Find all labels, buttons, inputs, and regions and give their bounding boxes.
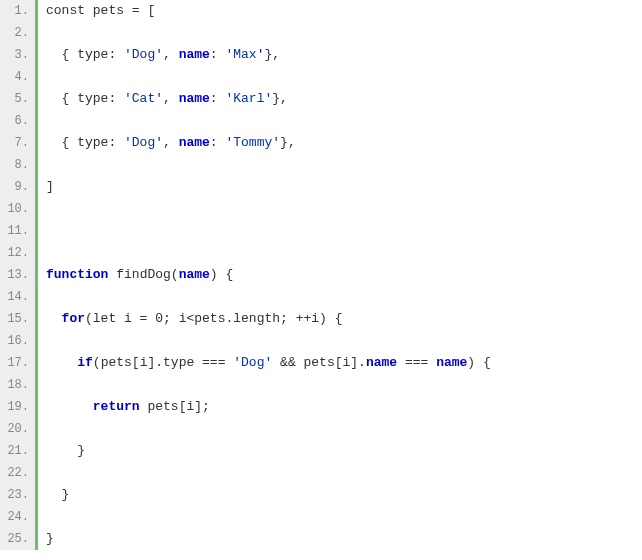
code-line: { type: 'Dog', name: 'Tommy'}, [46,132,642,154]
code-token: name [179,47,210,62]
code-token: }, [264,47,280,62]
code-line: } [46,440,642,462]
code-token: name [366,355,397,370]
code-line: } [46,528,642,550]
code-line: { type: 'Dog', name: 'Max'}, [46,44,642,66]
code-editor: 1.2.3.4.5.6.7.8.9.10.11.12.13.14.15.16.1… [0,0,642,550]
code-token: (let i = 0; i<pets.length; ++i) { [85,311,342,326]
line-number: 25. [0,528,35,550]
line-number: 15. [0,308,35,330]
code-token: for [62,311,85,326]
code-token: }, [272,91,288,106]
code-token: { type: [46,91,124,106]
line-number: 14. [0,286,35,308]
line-number: 21. [0,440,35,462]
code-token: ) { [210,267,233,282]
code-line [46,66,642,88]
line-number-gutter: 1.2.3.4.5.6.7.8.9.10.11.12.13.14.15.16.1… [0,0,38,550]
code-token: (pets[i].type === [93,355,233,370]
code-token [46,311,62,326]
line-number: 11. [0,220,35,242]
line-number: 16. [0,330,35,352]
code-line: function findDog(name) { [46,264,642,286]
code-line [46,374,642,396]
code-line [46,506,642,528]
line-number: 23. [0,484,35,506]
code-token: 'Dog' [124,135,163,150]
code-line [46,22,642,44]
code-line [46,330,642,352]
code-token: findDog( [108,267,178,282]
line-number: 3. [0,44,35,66]
code-token: name [179,91,210,106]
code-content: const pets = [ { type: 'Dog', name: 'Max… [38,0,642,550]
code-token [46,355,77,370]
code-line [46,198,642,220]
code-line [46,462,642,484]
code-token: 'Cat' [124,91,163,106]
code-line: { type: 'Cat', name: 'Karl'}, [46,88,642,110]
code-token: if [77,355,93,370]
code-line: const pets = [ [46,0,642,22]
code-token: : [210,47,226,62]
line-number: 24. [0,506,35,528]
code-line: ] [46,176,642,198]
line-number: 12. [0,242,35,264]
code-token: ) { [467,355,490,370]
code-line: for(let i = 0; i<pets.length; ++i) { [46,308,642,330]
line-number: 2. [0,22,35,44]
line-number: 5. [0,88,35,110]
code-token: 'Tommy' [225,135,280,150]
code-token: name [436,355,467,370]
line-number: 20. [0,418,35,440]
code-token: ] [46,179,54,194]
code-token: : [210,91,226,106]
code-token: { type: [46,135,124,150]
code-line [46,242,642,264]
code-token: name [179,135,210,150]
code-token: : [210,135,226,150]
code-token: }, [280,135,296,150]
code-line: } [46,484,642,506]
code-line: return pets[i]; [46,396,642,418]
code-token: && pets[i]. [272,355,366,370]
code-token: } [46,487,69,502]
code-line [46,220,642,242]
code-token: function [46,267,108,282]
code-token: 'Max' [225,47,264,62]
code-line: if(pets[i].type === 'Dog' && pets[i].nam… [46,352,642,374]
line-number: 9. [0,176,35,198]
code-token: 'Dog' [233,355,272,370]
code-token: 'Karl' [225,91,272,106]
code-token: === [397,355,436,370]
code-line [46,286,642,308]
code-line [46,110,642,132]
line-number: 10. [0,198,35,220]
code-token: { type: [46,47,124,62]
code-token: } [46,531,54,546]
line-number: 22. [0,462,35,484]
code-line [46,418,642,440]
code-token: , [163,91,179,106]
line-number: 19. [0,396,35,418]
line-number: 18. [0,374,35,396]
line-number: 8. [0,154,35,176]
code-token: } [46,443,85,458]
line-number: 7. [0,132,35,154]
code-token: name [179,267,210,282]
line-number: 6. [0,110,35,132]
line-number: 13. [0,264,35,286]
line-number: 1. [0,0,35,22]
code-token: , [163,47,179,62]
code-token: , [163,135,179,150]
line-number: 4. [0,66,35,88]
code-token: 'Dog' [124,47,163,62]
line-number: 17. [0,352,35,374]
code-line [46,154,642,176]
code-token: return [93,399,140,414]
code-token: const pets = [ [46,3,155,18]
code-token: pets[i]; [140,399,210,414]
code-token [46,399,93,414]
